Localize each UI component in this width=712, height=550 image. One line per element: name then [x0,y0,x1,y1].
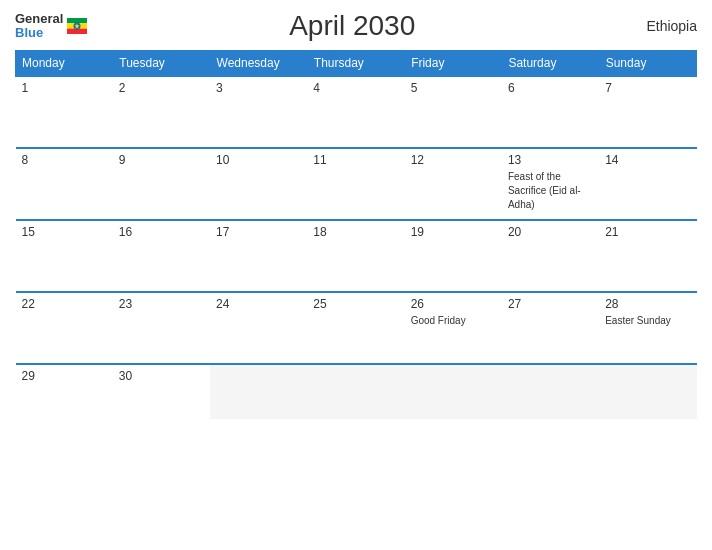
day-number: 16 [119,225,204,239]
day-number: 21 [605,225,690,239]
day-cell: 23 [113,292,210,364]
day-cell: 27 [502,292,599,364]
col-saturday: Saturday [502,51,599,77]
col-thursday: Thursday [307,51,404,77]
day-cell: 12 [405,148,502,220]
day-event: Easter Sunday [605,315,671,326]
day-number: 24 [216,297,301,311]
day-cell: 16 [113,220,210,292]
week-row-4: 2223242526Good Friday2728Easter Sunday [16,292,697,364]
day-number: 20 [508,225,593,239]
day-cell [405,364,502,419]
logo-flag-icon [67,18,87,34]
day-cell: 20 [502,220,599,292]
day-cell: 3 [210,76,307,148]
day-cell: 24 [210,292,307,364]
week-row-3: 15161718192021 [16,220,697,292]
day-cell: 28Easter Sunday [599,292,696,364]
day-number: 23 [119,297,204,311]
logo: General Blue [15,12,87,41]
day-cell: 8 [16,148,113,220]
week-row-2: 8910111213Feast of the Sacrifice (Eid al… [16,148,697,220]
day-number: 28 [605,297,690,311]
day-cell: 7 [599,76,696,148]
week-row-5: 2930 [16,364,697,419]
day-event: Good Friday [411,315,466,326]
day-number: 12 [411,153,496,167]
day-number: 10 [216,153,301,167]
day-number: 14 [605,153,690,167]
day-number: 25 [313,297,398,311]
day-number: 29 [22,369,107,383]
day-cell: 2 [113,76,210,148]
day-number: 9 [119,153,204,167]
page-title: April 2030 [87,10,617,42]
day-cell: 13Feast of the Sacrifice (Eid al-Adha) [502,148,599,220]
day-number: 8 [22,153,107,167]
day-number: 11 [313,153,398,167]
day-cell: 19 [405,220,502,292]
day-number: 17 [216,225,301,239]
day-cell: 17 [210,220,307,292]
day-cell: 22 [16,292,113,364]
column-headers-row: Monday Tuesday Wednesday Thursday Friday… [16,51,697,77]
day-cell: 29 [16,364,113,419]
col-monday: Monday [16,51,113,77]
day-cell: 18 [307,220,404,292]
col-tuesday: Tuesday [113,51,210,77]
col-wednesday: Wednesday [210,51,307,77]
day-cell: 14 [599,148,696,220]
col-friday: Friday [405,51,502,77]
header: General Blue April 2030 Ethiopia [15,10,697,42]
calendar-body: 12345678910111213Feast of the Sacrifice … [16,76,697,419]
day-number: 1 [22,81,107,95]
day-cell: 4 [307,76,404,148]
day-cell: 6 [502,76,599,148]
logo-blue: Blue [15,26,63,40]
day-number: 26 [411,297,496,311]
day-number: 15 [22,225,107,239]
day-number: 18 [313,225,398,239]
day-cell: 11 [307,148,404,220]
day-cell: 5 [405,76,502,148]
calendar-table: Monday Tuesday Wednesday Thursday Friday… [15,50,697,419]
day-number: 19 [411,225,496,239]
week-row-1: 1234567 [16,76,697,148]
day-number: 13 [508,153,593,167]
day-number: 2 [119,81,204,95]
day-cell [502,364,599,419]
country-label: Ethiopia [617,18,697,34]
day-number: 5 [411,81,496,95]
day-number: 27 [508,297,593,311]
day-cell: 10 [210,148,307,220]
logo-text: General Blue [15,12,63,41]
day-cell: 25 [307,292,404,364]
day-cell: 21 [599,220,696,292]
calendar-header: Monday Tuesday Wednesday Thursday Friday… [16,51,697,77]
day-number: 7 [605,81,690,95]
day-event: Feast of the Sacrifice (Eid al-Adha) [508,171,581,210]
day-cell: 26Good Friday [405,292,502,364]
day-number: 30 [119,369,204,383]
day-number: 22 [22,297,107,311]
day-cell: 30 [113,364,210,419]
logo-general: General [15,12,63,26]
day-cell: 1 [16,76,113,148]
day-cell [599,364,696,419]
day-number: 3 [216,81,301,95]
col-sunday: Sunday [599,51,696,77]
day-cell: 9 [113,148,210,220]
day-number: 6 [508,81,593,95]
day-cell [210,364,307,419]
day-cell: 15 [16,220,113,292]
day-number: 4 [313,81,398,95]
calendar-page: General Blue April 2030 Ethiopia Monday … [0,0,712,550]
day-cell [307,364,404,419]
